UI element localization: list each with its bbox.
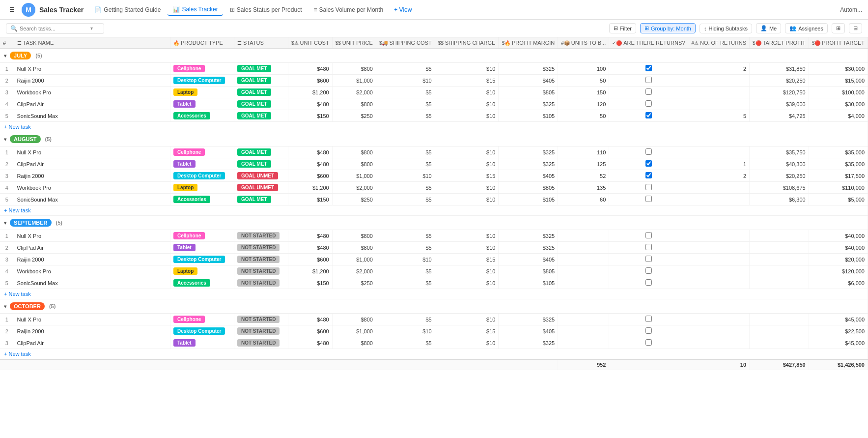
task-name: Workbook Pro (14, 87, 170, 98)
ship-charge: $10 (435, 337, 499, 349)
returns-checkbox[interactable] (645, 172, 652, 178)
returns-checkbox[interactable] (645, 339, 652, 346)
search-input[interactable] (20, 26, 88, 31)
status-cell: NOT STARTED (234, 254, 288, 265)
group-expand-icon[interactable]: ▾ (4, 304, 6, 309)
row-number: 5 (0, 110, 14, 122)
group-expand-icon[interactable]: ▾ (4, 53, 6, 58)
columns-button[interactable]: ⊞ (832, 23, 845, 33)
unit-price: $250 (332, 277, 376, 289)
unit-price: $1,000 (332, 170, 376, 182)
add-view-button[interactable]: + View (390, 4, 416, 15)
tab-sales-status[interactable]: ⊞ Sales Status per Product (225, 4, 307, 15)
new-task-label[interactable]: + New task (0, 289, 868, 299)
product-badge: Tablet (173, 339, 196, 347)
table-row: 4 ClipPad Air Tablet GOAL MET $480 $800 … (0, 98, 868, 110)
returns-checkbox[interactable] (645, 267, 652, 274)
profit-target: $35,000 (809, 146, 868, 158)
row-number: 4 (0, 182, 14, 194)
group-count: (5) (35, 53, 42, 58)
product-type: Accessories (170, 277, 234, 289)
status-badge: NOT STARTED (237, 327, 280, 335)
new-task-row[interactable]: + New task (0, 122, 868, 132)
ship-charge: $15 (435, 254, 499, 265)
profit-margin: $325 (499, 242, 558, 254)
ship-charge: $10 (435, 158, 499, 170)
group-badge: AUGUST (10, 135, 40, 143)
profit-target: $30,000 (809, 63, 868, 75)
target-profit (750, 230, 809, 242)
group-by-button[interactable]: ⊞ Group by: Month (640, 23, 696, 33)
status-cell: GOAL MET (234, 194, 288, 205)
task-name: SonicSound Max (14, 110, 170, 122)
status-badge: GOAL MET (237, 88, 271, 96)
returns-checkbox[interactable] (645, 316, 652, 322)
hamburger-icon[interactable]: ☰ (6, 4, 18, 16)
returns-checkbox[interactable] (645, 100, 652, 107)
returns-checkbox[interactable] (645, 256, 652, 262)
tab-sales-volume[interactable]: ≡ Sales Volume per Month (308, 4, 388, 15)
group-count: (5) (49, 303, 56, 309)
profit-margin: $325 (499, 230, 558, 242)
task-name: Null X Pro (14, 314, 170, 325)
footer-units-total: 952 (558, 359, 609, 370)
group-expand-icon[interactable]: ▾ (4, 220, 6, 226)
unit-cost: $480 (288, 314, 332, 325)
ship-charge: $15 (435, 170, 499, 182)
tab-sales-tracker[interactable]: 📊 Sales Tracker (168, 4, 223, 16)
profit-margin: $805 (499, 265, 558, 277)
me-button[interactable]: 👤 Me (756, 23, 781, 33)
new-task-label[interactable]: + New task (0, 122, 868, 132)
returns-cell (609, 98, 688, 110)
row-number: 5 (0, 194, 14, 205)
grid-icon: ⊟ (853, 25, 858, 31)
product-badge: Accessories (173, 112, 210, 119)
app-logo: M (22, 3, 35, 17)
status-badge: NOT STARTED (237, 232, 280, 239)
returns-checkbox[interactable] (645, 77, 652, 83)
returns-checkbox[interactable] (645, 184, 652, 190)
person-icon: 👤 (760, 25, 767, 31)
returns-checkbox[interactable] (645, 88, 652, 95)
returns-cell (609, 230, 688, 242)
grid-button[interactable]: ⊟ (849, 23, 862, 33)
returns-checkbox[interactable] (645, 279, 652, 286)
num-returns (688, 230, 750, 242)
returns-checkbox[interactable] (645, 160, 652, 167)
returns-checkbox[interactable] (645, 65, 652, 71)
ship-cost: $5 (376, 230, 435, 242)
new-task-row[interactable]: + New task (0, 349, 868, 360)
new-task-label[interactable]: + New task (0, 205, 868, 216)
subtask-icon: ↕ (704, 26, 707, 31)
returns-checkbox[interactable] (645, 148, 652, 155)
unit-cost: $150 (288, 194, 332, 205)
returns-checkbox[interactable] (645, 232, 652, 238)
tab-getting-started[interactable]: 📄 Getting Started Guide (89, 4, 166, 15)
bar-icon: ≡ (313, 6, 317, 13)
num-returns: 2 (688, 63, 750, 75)
returns-checkbox[interactable] (645, 244, 652, 250)
returns-checkbox[interactable] (645, 196, 652, 202)
table-row: 5 SonicSound Max Accessories GOAL MET $1… (0, 110, 868, 122)
units (558, 230, 609, 242)
group-expand-icon[interactable]: ▾ (4, 137, 6, 142)
returns-checkbox[interactable] (645, 112, 652, 118)
profit-margin: $805 (499, 182, 558, 194)
new-task-row[interactable]: + New task (0, 205, 868, 216)
toolbar: 🔍 ▾ ⊟ Filter ⊞ Group by: Month ↕ Hiding … (0, 20, 868, 37)
col-header-ship-charge: $$ SHIPPING CHARGE (435, 37, 499, 49)
unit-cost: $480 (288, 98, 332, 110)
filter-button[interactable]: ⊟ Filter (609, 23, 636, 33)
new-task-row[interactable]: + New task (0, 289, 868, 299)
search-box[interactable]: 🔍 ▾ (6, 23, 104, 34)
product-type: Laptop (170, 87, 234, 98)
ship-cost: $5 (376, 98, 435, 110)
new-task-label[interactable]: + New task (0, 349, 868, 360)
hiding-subtasks-button[interactable]: ↕ Hiding Subtasks (700, 24, 752, 33)
unit-cost: $600 (288, 325, 332, 337)
assignees-button[interactable]: 👥 Assignees (785, 23, 828, 33)
returns-checkbox[interactable] (645, 327, 652, 334)
num-returns (688, 146, 750, 158)
status-badge: NOT STARTED (237, 279, 280, 287)
num-returns (688, 194, 750, 205)
